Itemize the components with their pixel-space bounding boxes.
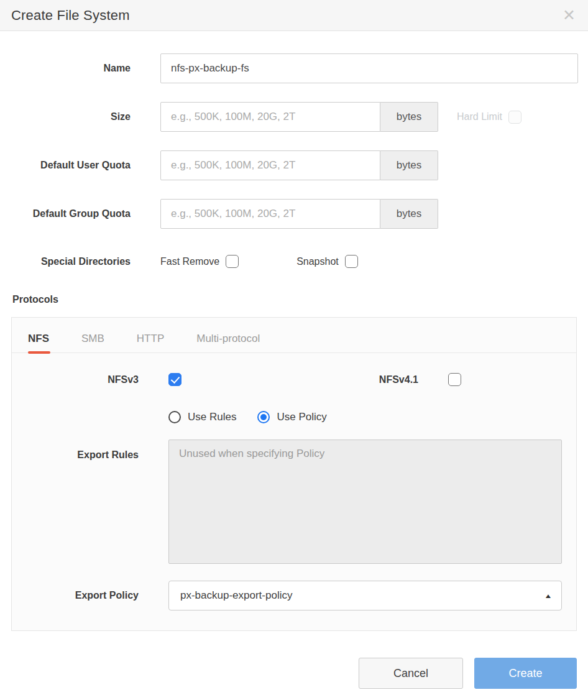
nfs-version-row: NFSv3 NFSv4.1 (12, 373, 576, 386)
cancel-button[interactable]: Cancel (359, 658, 463, 689)
dialog-header: Create File System ✕ (0, 0, 588, 31)
close-icon[interactable]: ✕ (560, 6, 578, 24)
snapshot-group: Snapshot (296, 255, 358, 268)
special-directories-label: Special Directories (0, 256, 131, 267)
tab-multi-protocol[interactable]: Multi-protocol (196, 333, 260, 352)
protocols-panel: NFS SMB HTTP Multi-protocol NFSv3 NFSv4.… (11, 317, 577, 631)
size-label: Size (0, 111, 131, 122)
default-group-quota-row: Default Group Quota bytes (0, 199, 588, 229)
tab-smb[interactable]: SMB (81, 333, 104, 352)
fast-remove-checkbox[interactable] (226, 255, 239, 268)
use-rules-option[interactable]: Use Rules (168, 411, 236, 423)
export-policy-select[interactable]: px-backup-export-policy ▲ (168, 581, 562, 610)
protocol-tabs: NFS SMB HTTP Multi-protocol (12, 318, 576, 353)
size-row: Size bytes Hard Limit (0, 102, 588, 132)
default-user-quota-unit-addon: bytes (380, 150, 438, 180)
default-group-quota-unit-addon: bytes (380, 199, 438, 229)
nfsv3-label: NFSv3 (12, 374, 139, 385)
use-policy-label: Use Policy (277, 411, 326, 423)
name-row: Name (0, 53, 588, 83)
use-rules-label: Use Rules (188, 411, 236, 423)
create-button[interactable]: Create (474, 658, 577, 689)
protocols-label: Protocols (12, 294, 588, 305)
nfsv3-checkbox[interactable] (168, 373, 181, 386)
hard-limit-group: Hard Limit (457, 111, 521, 124)
special-directories-row: Special Directories Fast Remove Snapshot (0, 255, 588, 268)
default-group-quota-input[interactable] (160, 199, 380, 229)
snapshot-label: Snapshot (296, 256, 339, 267)
create-file-system-dialog: Create File System ✕ Name Size bytes Har… (0, 0, 588, 700)
use-policy-option[interactable]: Use Policy (257, 411, 326, 423)
name-label: Name (0, 63, 131, 74)
form-area: Name Size bytes Hard Limit Default User … (0, 31, 588, 631)
snapshot-checkbox[interactable] (345, 255, 358, 268)
size-input[interactable] (160, 102, 380, 132)
export-rules-textarea[interactable] (168, 440, 562, 564)
hard-limit-checkbox[interactable] (508, 111, 521, 124)
default-user-quota-input[interactable] (160, 150, 380, 180)
hard-limit-label: Hard Limit (457, 111, 502, 122)
export-policy-value: px-backup-export-policy (180, 589, 292, 602)
dialog-footer: Cancel Create (359, 658, 577, 689)
tab-nfs[interactable]: NFS (28, 333, 49, 352)
export-policy-row: Export Policy px-backup-export-policy ▲ (12, 581, 576, 610)
size-unit-addon: bytes (380, 102, 438, 132)
caret-up-icon: ▲ (544, 592, 552, 599)
use-policy-radio[interactable] (257, 411, 270, 423)
dialog-title: Create File System (11, 7, 130, 24)
export-mode-row: Use Rules Use Policy (168, 411, 576, 423)
tab-http[interactable]: HTTP (137, 333, 164, 352)
nfsv41-checkbox[interactable] (448, 373, 461, 386)
export-rules-label: Export Rules (12, 449, 139, 461)
nfsv41-label: NFSv4.1 (181, 374, 418, 385)
fast-remove-group: Fast Remove (160, 255, 239, 268)
default-user-quota-label: Default User Quota (0, 160, 131, 171)
default-user-quota-row: Default User Quota bytes (0, 150, 588, 180)
export-rules-row: Export Rules (12, 440, 576, 564)
use-rules-radio[interactable] (168, 411, 181, 423)
export-policy-label: Export Policy (12, 590, 139, 601)
name-input[interactable] (160, 53, 578, 83)
fast-remove-label: Fast Remove (160, 256, 219, 267)
default-group-quota-label: Default Group Quota (0, 208, 131, 219)
